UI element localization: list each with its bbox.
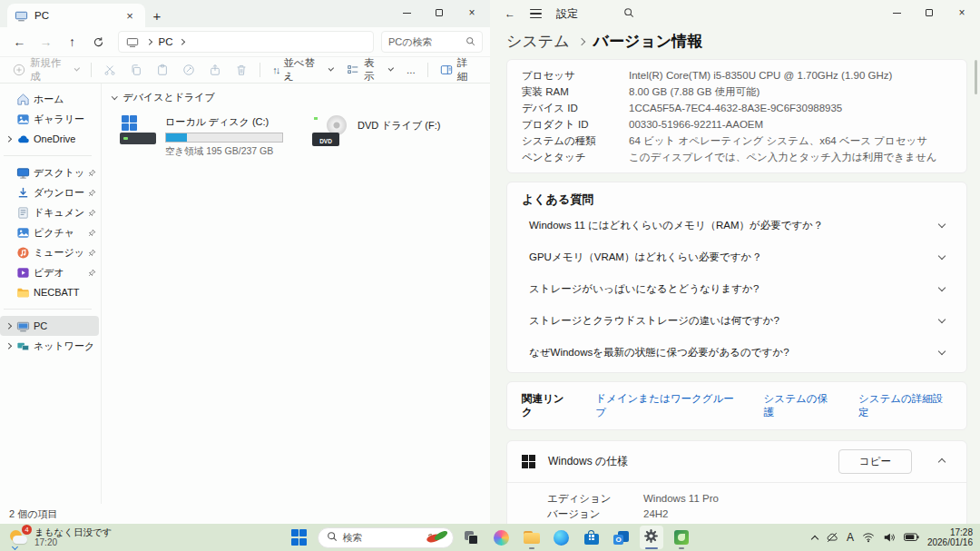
copilot-button[interactable] — [490, 526, 514, 549]
drive-local-disk-c[interactable]: ローカル ディスク (C:) 空き領域 195 GB/237 GB — [120, 115, 283, 158]
chevron-down-icon[interactable] — [938, 221, 946, 228]
chevron-down-icon[interactable] — [938, 316, 946, 323]
drive-name: ローカル ディスク (C:) — [165, 115, 283, 129]
faq-item-cloud-storage[interactable]: ストレージとクラウドストレージの違いは何ですか? — [522, 305, 952, 337]
minimize-button[interactable] — [390, 0, 423, 25]
sidebar-item-videos[interactable]: ビデオ — [0, 262, 99, 282]
breadcrumb[interactable]: PC — [118, 31, 374, 53]
sidebar-item-downloads[interactable]: ダウンロード — [0, 182, 99, 202]
rename-button[interactable] — [177, 59, 201, 81]
breadcrumb-item-pc[interactable]: PC — [159, 36, 173, 47]
faq-item-keep-updated[interactable]: なぜWindowsを最新の状態に保つ必要があるのですか? — [522, 337, 952, 369]
task-view-button[interactable] — [460, 526, 484, 549]
cut-button[interactable] — [98, 59, 122, 81]
cloud-off-icon[interactable] — [826, 531, 838, 544]
faq-item-ram[interactable]: Windows 11 にはどれくらいのメモリ（RAM）が必要ですか？ — [522, 210, 952, 241]
spec-label: プロセッサ — [522, 67, 629, 84]
more-button[interactable]: ... — [401, 59, 421, 81]
new-item-button[interactable]: 新規作成 — [7, 59, 84, 81]
explorer-sidebar: ホーム ギャラリー OneDrive デスクトップ — [0, 84, 102, 504]
sort-button[interactable]: ↑↓ 並べ替え — [267, 59, 338, 81]
new-tab-button[interactable]: + — [145, 4, 169, 27]
sidebar-item-pc[interactable]: PC — [0, 316, 99, 336]
ime-mode-indicator[interactable]: A — [847, 531, 854, 544]
expand-icon[interactable] — [5, 343, 11, 349]
desktop-icon — [16, 166, 30, 180]
settings-button[interactable] — [640, 526, 663, 549]
up-button[interactable]: ↑ — [60, 31, 84, 53]
minimize-button[interactable] — [880, 0, 913, 25]
sidebar-item-network[interactable]: ネットワーク — [0, 336, 99, 356]
start-button[interactable] — [288, 526, 311, 549]
maximize-button[interactable] — [913, 0, 946, 25]
link-domain-workgroup[interactable]: ドメインまたはワークグループ — [595, 392, 741, 419]
sidebar-item-gallery[interactable]: ギャラリー — [0, 109, 99, 129]
sidebar-item-documents[interactable]: ドキュメント — [0, 202, 99, 222]
link-advanced-system-settings[interactable]: システムの詳細設定 — [858, 392, 952, 419]
drive-dvd-f[interactable]: DVD DVD ドライブ (F:) — [310, 115, 440, 148]
scrollbar[interactable] — [975, 60, 977, 94]
faq-item-storage-full[interactable]: ストレージがいっぱいになるとどうなりますか? — [522, 273, 952, 305]
sidebar-item-home[interactable]: ホーム — [0, 89, 99, 109]
settings-search-icon[interactable] — [623, 7, 634, 21]
copy-button[interactable]: コピー — [838, 449, 912, 474]
file-explorer-button[interactable] — [520, 526, 544, 549]
drive-name: DVD ドライブ (F:) — [358, 119, 440, 133]
cut-icon — [103, 64, 116, 76]
expand-icon[interactable] — [5, 323, 11, 329]
tab-close-icon[interactable]: × — [122, 7, 138, 24]
maximize-button[interactable] — [423, 0, 456, 25]
wifi-icon[interactable] — [862, 531, 875, 544]
outlook-button[interactable]: O — [610, 526, 633, 549]
hidden-icons-chevron[interactable] — [812, 534, 818, 542]
share-button[interactable] — [203, 59, 227, 81]
taskbar-search-input[interactable]: 検索 — [318, 527, 454, 548]
sidebar-item-necbatt[interactable]: NECBATT — [0, 282, 99, 302]
sidebar-item-onedrive[interactable]: OneDrive — [0, 129, 99, 149]
related-links-card: 関連リンク ドメインまたはワークグループ システムの保護 システムの詳細設定 — [506, 381, 967, 430]
hamburger-menu-icon[interactable] — [530, 9, 542, 18]
sidebar-item-pictures[interactable]: ピクチャ — [0, 222, 99, 242]
edge-button[interactable] — [550, 526, 573, 549]
store-button[interactable] — [580, 526, 603, 549]
chevron-down-icon — [388, 65, 394, 71]
chevron-up-icon[interactable] — [938, 458, 946, 465]
drives-group-header[interactable]: デバイスとドライブ — [109, 91, 490, 104]
delete-button[interactable] — [230, 59, 253, 81]
chevron-down-icon[interactable] — [938, 348, 946, 355]
windows-spec-header[interactable]: Windows の仕様 コピー — [507, 441, 966, 482]
refresh-button[interactable] — [86, 31, 111, 53]
paste-button[interactable] — [151, 59, 174, 81]
volume-icon[interactable] — [883, 531, 896, 544]
settings-back-button[interactable]: ← — [505, 7, 515, 20]
copilot-icon — [494, 530, 509, 546]
expand-icon[interactable] — [5, 136, 11, 142]
forward-button[interactable]: → — [34, 31, 58, 53]
sidebar-item-music[interactable]: ミュージック — [0, 242, 99, 262]
explorer-search-input[interactable]: PCの検索 — [381, 31, 483, 53]
chevron-down-icon — [74, 65, 80, 71]
green-app-button[interactable] — [670, 526, 693, 549]
hard-drive-icon — [120, 115, 158, 148]
chevron-down-icon[interactable] — [938, 252, 946, 260]
taskbar-clock[interactable]: 17:28 2026/01/16 — [927, 527, 973, 547]
weather-widget[interactable]: 4 まもなく日没です 17:20 — [2, 524, 119, 551]
breadcrumb-separator-icon — [146, 39, 152, 44]
close-button[interactable]: × — [946, 0, 978, 25]
notification-badge: 4 — [22, 525, 32, 535]
explorer-tabstrip: PC × + × — [0, 0, 490, 27]
view-button[interactable]: 表示 — [341, 59, 398, 81]
collapse-icon[interactable] — [112, 93, 117, 99]
explorer-tab-pc[interactable]: PC × — [7, 4, 145, 27]
explorer-addressbar: ← → ↑ PC PCの検索 — [0, 27, 490, 56]
chevron-down-icon[interactable] — [938, 284, 946, 291]
sidebar-item-desktop[interactable]: デスクトップ — [0, 162, 99, 182]
close-button[interactable]: × — [456, 0, 488, 25]
breadcrumb-system[interactable]: システム — [506, 31, 570, 52]
copy-button[interactable] — [124, 59, 148, 81]
battery-icon[interactable] — [904, 533, 919, 541]
back-button[interactable]: ← — [7, 31, 32, 53]
link-system-protection[interactable]: システムの保護 — [764, 392, 837, 419]
details-pane-button[interactable]: 詳細 — [435, 59, 483, 81]
faq-item-vram[interactable]: GPUメモリ（VRAM）はどれくらい必要ですか？ — [522, 241, 952, 273]
